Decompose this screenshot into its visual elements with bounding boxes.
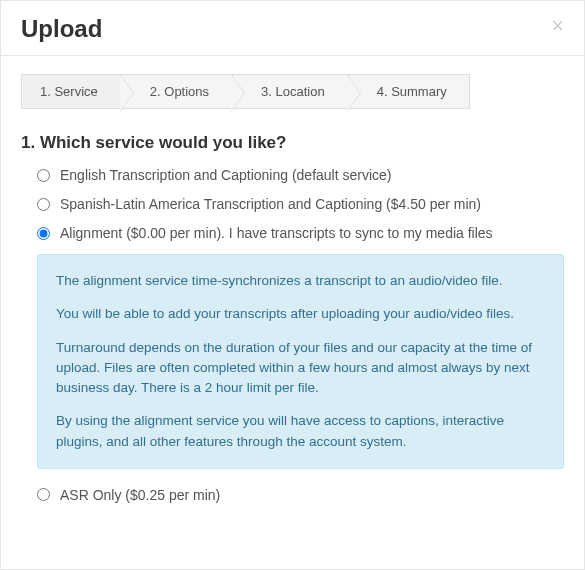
question-heading: 1. Which service would you like? <box>21 133 564 153</box>
info-paragraph: The alignment service time-synchronizes … <box>56 271 545 291</box>
option-label: Spanish-Latin America Transcription and … <box>60 196 481 212</box>
option-label: Alignment ($0.00 per min). I have transc… <box>60 225 493 241</box>
close-icon[interactable]: × <box>551 15 564 37</box>
breadcrumb-steps: 1. Service 2. Options 3. Location 4. Sum… <box>21 74 564 109</box>
option-label: English Transcription and Captioning (de… <box>60 167 392 183</box>
option-english[interactable]: English Transcription and Captioning (de… <box>37 167 564 183</box>
info-paragraph: You will be able to add your transcripts… <box>56 304 545 324</box>
alignment-info-box: The alignment service time-synchronizes … <box>37 254 564 469</box>
option-alignment[interactable]: Alignment ($0.00 per min). I have transc… <box>37 225 564 241</box>
modal-header: Upload × <box>1 1 584 56</box>
radio-spanish[interactable] <box>37 198 50 211</box>
modal-body[interactable]: 1. Service 2. Options 3. Location 4. Sum… <box>1 56 584 569</box>
radio-english[interactable] <box>37 169 50 182</box>
step-location[interactable]: 3. Location <box>232 74 348 109</box>
option-label: ASR Only ($0.25 per min) <box>60 487 220 503</box>
info-paragraph: Turnaround depends on the duration of yo… <box>56 338 545 399</box>
radio-asr[interactable] <box>37 488 50 501</box>
radio-alignment[interactable] <box>37 227 50 240</box>
option-asr[interactable]: ASR Only ($0.25 per min) <box>21 487 564 503</box>
step-options[interactable]: 2. Options <box>121 74 232 109</box>
service-options: English Transcription and Captioning (de… <box>21 167 564 241</box>
step-service[interactable]: 1. Service <box>21 74 121 109</box>
modal-title: Upload <box>21 15 102 43</box>
step-summary[interactable]: 4. Summary <box>348 74 470 109</box>
option-spanish[interactable]: Spanish-Latin America Transcription and … <box>37 196 564 212</box>
info-paragraph: By using the alignment service you will … <box>56 411 545 452</box>
upload-modal: Upload × 1. Service 2. Options 3. Locati… <box>0 0 585 570</box>
